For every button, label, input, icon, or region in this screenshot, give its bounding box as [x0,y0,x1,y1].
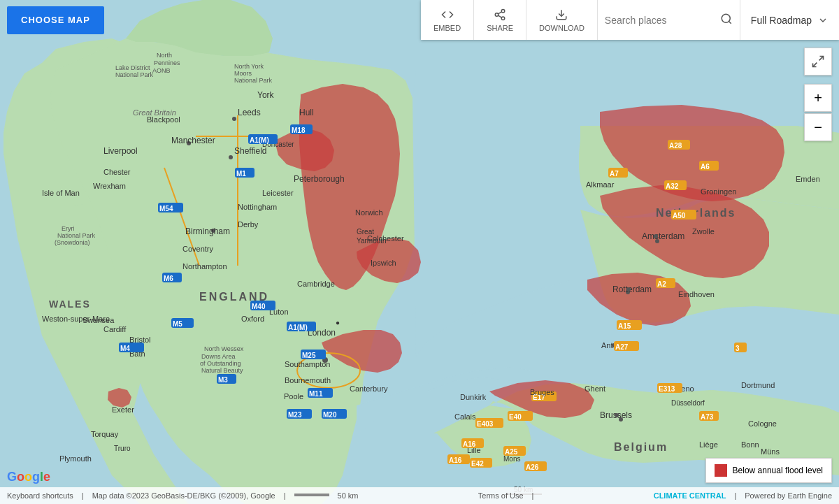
svg-text:Plymouth: Plymouth [59,454,92,463]
download-button[interactable]: DOWNLOAD [526,0,598,40]
svg-text:M3: M3 [218,376,228,384]
svg-text:Zwolle: Zwolle [692,227,715,236]
svg-text:Northampton: Northampton [182,262,227,271]
svg-text:Ghent: Ghent [585,384,605,393]
svg-text:M4: M4 [120,345,130,352]
svg-point-70 [615,413,619,417]
scale-label: 50 km [338,491,359,500]
svg-text:A27: A27 [615,343,629,351]
zoom-in-button[interactable]: + [804,84,832,112]
scale-bar [294,491,329,499]
svg-text:A16: A16 [449,456,462,464]
svg-text:Isle of Man: Isle of Man [42,189,80,197]
powered-by-text: Powered by Earth Engine [745,491,832,500]
svg-text:North York: North York [234,63,264,70]
svg-line-178 [813,63,817,67]
svg-text:A15: A15 [618,322,631,330]
svg-text:Eryri: Eryri [62,225,75,232]
svg-text:A1(M): A1(M) [288,324,308,331]
svg-text:A50: A50 [673,212,686,219]
fullscreen-button[interactable] [804,48,832,75]
share-button[interactable]: SHARE [474,0,526,40]
search-box [598,0,740,40]
svg-point-6 [232,117,236,121]
svg-text:Groningen: Groningen [701,187,736,196]
search-button[interactable] [720,13,733,27]
svg-text:Cambridge: Cambridge [297,280,335,288]
svg-text:Great: Great [357,228,374,236]
map-type-label: Full Roadmap [751,15,812,26]
svg-text:E40: E40 [509,413,522,421]
svg-text:Lake District: Lake District [115,64,150,71]
svg-text:Liverpool: Liverpool [103,146,138,156]
search-input[interactable] [605,15,717,26]
svg-text:M20: M20 [323,411,337,419]
map-type-dropdown[interactable]: Full Roadmap [740,0,839,40]
svg-text:M40: M40 [252,303,266,310]
svg-text:Canterbury: Canterbury [350,384,388,393]
svg-point-169 [501,9,505,13]
svg-text:M1: M1 [236,170,246,178]
svg-text:E42: E42 [471,460,484,468]
download-label: DOWNLOAD [539,24,585,32]
svg-line-172 [499,15,502,17]
embed-icon [441,8,454,21]
svg-text:A26: A26 [526,463,539,471]
legend-label: Below annual flood level [733,466,823,475]
svg-point-171 [501,17,505,20]
svg-point-170 [495,13,499,16]
google-logo: Google [7,470,50,484]
svg-text:Southampton: Southampton [285,360,330,368]
svg-point-7 [229,155,233,159]
svg-text:Oxford: Oxford [241,315,264,323]
svg-text:Peterborough: Peterborough [294,174,345,184]
svg-text:M6: M6 [164,275,173,282]
svg-text:Poole: Poole [284,392,303,401]
legend: Below annual flood level [705,458,832,483]
svg-text:Pennines: Pennines [154,59,180,66]
svg-text:National Park: National Park [234,77,273,84]
svg-text:Cardiff: Cardiff [103,325,127,333]
svg-text:Leeds: Leeds [238,108,261,117]
svg-rect-179 [294,494,329,496]
svg-text:Cologne: Cologne [748,419,777,428]
svg-text:Bruges: Bruges [530,388,554,396]
svg-text:Chester: Chester [103,168,131,176]
svg-text:E403: E403 [477,420,494,428]
climate-central-brand: CLIMATE CENTRAL [654,491,726,500]
svg-text:Belgium: Belgium [614,441,668,453]
svg-text:Dortmund: Dortmund [741,381,775,389]
svg-text:Truro: Truro [114,445,131,452]
svg-text:Alkmaar: Alkmaar [586,180,615,189]
svg-point-60 [654,234,658,238]
footer: Keyboard shortcuts | Map data ©2023 GeoB… [0,487,839,504]
svg-text:Nottingham: Nottingham [238,203,277,211]
legend-swatch [715,464,727,477]
zoom-out-button[interactable]: − [804,113,832,141]
svg-text:Rotterdam: Rotterdam [612,285,652,294]
choose-map-button[interactable]: CHOOSE MAP [7,6,104,34]
svg-text:National Park: National Park [115,71,154,78]
svg-point-62 [626,287,631,291]
svg-text:Müns: Müns [761,447,780,456]
search-icon [720,13,733,25]
svg-text:3: 3 [736,345,740,352]
terms-of-use-link[interactable]: Terms of Use [478,491,524,500]
svg-text:Natural Beauty: Natural Beauty [201,367,243,374]
svg-text:Manchester: Manchester [171,136,215,145]
svg-text:(Snowdonia): (Snowdonia) [55,239,90,246]
svg-text:North: North [157,52,172,59]
svg-text:Torquay: Torquay [91,430,119,438]
keyboard-shortcuts-link[interactable]: Keyboard shortcuts [7,491,73,500]
svg-text:A28: A28 [669,142,682,150]
svg-text:Ipswich: Ipswich [371,259,396,267]
share-label: SHARE [487,24,513,32]
svg-text:A32: A32 [666,182,679,190]
embed-button[interactable]: EMBED [421,0,474,40]
svg-text:Hull: Hull [299,108,314,117]
svg-text:Birmingham: Birmingham [185,226,230,236]
svg-point-175 [722,14,730,22]
svg-text:Liège: Liège [699,440,718,449]
svg-text:A6: A6 [701,163,710,171]
svg-line-177 [819,57,824,61]
